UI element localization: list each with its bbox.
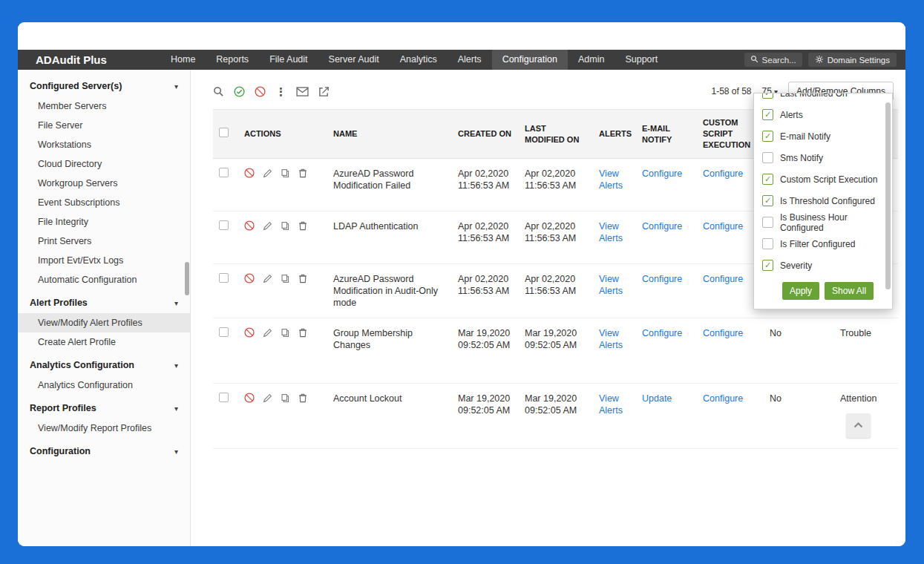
sidebar-item-member-servers[interactable]: Member Servers (18, 96, 190, 116)
disable-icon[interactable] (244, 273, 255, 283)
nav-tab-server-audit[interactable]: Server Audit (318, 50, 390, 70)
sidebar-header-alert-profiles[interactable]: Alert Profiles ▾ (18, 292, 190, 313)
edit-icon[interactable] (263, 328, 272, 338)
disable-icon[interactable] (244, 168, 255, 178)
column-toggle-email-notify[interactable]: ✓ E-mail Notify (754, 125, 892, 147)
enable-alert-button[interactable] (234, 86, 245, 97)
nav-tab-admin[interactable]: Admin (568, 50, 615, 70)
nav-tab-home[interactable]: Home (160, 50, 206, 70)
delete-icon[interactable] (298, 220, 307, 231)
column-toggle-custom-script-execution[interactable]: ✓ Custom Script Execution (754, 168, 892, 190)
more-options-button[interactable]: ⋮ (275, 86, 286, 97)
email-notify-link[interactable]: Configure (642, 274, 682, 284)
sidebar-item-workstations[interactable]: Workstations (18, 135, 190, 154)
view-alerts-link[interactable]: View Alerts (599, 168, 623, 191)
column-toggle-last-modified-on[interactable]: ✓ Last Modified On (754, 94, 892, 104)
apply-button[interactable]: Apply (782, 282, 819, 300)
app-window: ADAudit Plus Home Reports File Audit Ser… (18, 22, 905, 546)
row-checkbox[interactable] (219, 327, 229, 337)
column-toggle-is-threshold-configured[interactable]: ✓ Is Threshold Configured (754, 190, 892, 212)
custom-script-link[interactable]: Configure (703, 221, 743, 232)
last-modified-on-cell: Apr 02,2020 11:56:53 AM (519, 212, 593, 264)
sidebar-item-analytics-configuration[interactable]: Analytics Configuration (18, 376, 190, 395)
search-filter-button[interactable] (213, 86, 224, 97)
sidebar-item-view-modify-report-profiles[interactable]: View/Modify Report Profiles (18, 419, 190, 438)
delete-icon[interactable] (298, 168, 307, 178)
row-checkbox[interactable] (219, 168, 229, 177)
sidebar-scrollbar-thumb[interactable] (185, 262, 189, 295)
disable-icon[interactable] (244, 393, 255, 403)
select-all-checkbox[interactable] (219, 128, 229, 137)
delete-icon[interactable] (298, 273, 307, 283)
domain-settings-button[interactable]: Domain Settings (808, 53, 897, 67)
nav-tab-support[interactable]: Support (615, 50, 668, 70)
disable-icon[interactable] (244, 220, 255, 231)
sidebar-item-view-modify-alert-profiles[interactable]: View/Modify Alert Profiles (18, 313, 190, 332)
column-toggle-alerts[interactable]: ✓ Alerts (754, 104, 892, 125)
email-notify-link[interactable]: Configure (642, 328, 682, 338)
row-checkbox[interactable] (219, 393, 229, 402)
nav-tab-analytics[interactable]: Analytics (390, 50, 448, 70)
copy-icon[interactable] (281, 274, 290, 283)
sidebar-item-event-subscriptions[interactable]: Event Subscriptions (18, 193, 190, 212)
custom-script-link[interactable]: Configure (703, 328, 743, 338)
edit-icon[interactable] (263, 393, 272, 403)
navbar-search[interactable]: Search... (744, 53, 802, 67)
sidebar-item-cloud-directory[interactable]: Cloud Directory (18, 154, 190, 174)
column-toggle-is-business-hour-configured[interactable]: Is Business Hour Configured (754, 212, 892, 233)
email-notify-link[interactable]: Configure (642, 168, 682, 179)
sidebar-item-file-integrity[interactable]: File Integrity (18, 212, 190, 232)
edit-icon[interactable] (263, 221, 272, 231)
nav-tab-reports[interactable]: Reports (206, 50, 259, 70)
scroll-to-top-button[interactable] (846, 413, 871, 438)
edit-icon[interactable] (263, 274, 272, 283)
sidebar-item-print-servers[interactable]: Print Servers (18, 232, 190, 251)
copy-icon[interactable] (281, 393, 290, 403)
custom-script-link[interactable]: Configure (703, 274, 743, 284)
sidebar-header-analytics-configuration[interactable]: Analytics Configuration ▾ (18, 355, 190, 376)
sidebar-item-workgroup-servers[interactable]: Workgroup Servers (18, 174, 190, 193)
email-notify-link[interactable]: Update (642, 393, 672, 404)
nav-tab-file-audit[interactable]: File Audit (259, 50, 318, 70)
edit-icon[interactable] (263, 168, 272, 178)
sidebar-item-import-evt-logs[interactable]: Import Evt/Evtx Logs (18, 251, 190, 270)
sidebar-item-create-alert-profile[interactable]: Create Alert Profile (18, 332, 190, 352)
custom-script-link[interactable]: Configure (703, 168, 743, 179)
table-row: Group Membership Changes Mar 19,2020 09:… (213, 318, 898, 384)
copy-icon[interactable] (281, 221, 290, 231)
disable-icon[interactable] (244, 327, 255, 338)
delete-icon[interactable] (298, 393, 307, 403)
column-header-actions: ACTIONS (238, 110, 327, 159)
chevron-down-icon: ▾ (174, 82, 178, 91)
column-toggle-severity[interactable]: ✓ Severity (754, 255, 892, 276)
show-all-button[interactable]: Show All (825, 282, 874, 300)
copy-icon[interactable] (281, 328, 290, 338)
sidebar-item-automatic-configuration[interactable]: Automatic Configuration (18, 270, 190, 289)
custom-script-link[interactable]: Configure (703, 393, 743, 404)
row-checkbox[interactable] (219, 273, 229, 283)
nav-tab-configuration[interactable]: Configuration (492, 50, 568, 70)
copy-icon[interactable] (281, 168, 290, 178)
email-button[interactable] (296, 87, 309, 96)
export-button[interactable] (318, 86, 330, 97)
column-header-alerts: ALERTS (593, 110, 636, 159)
view-alerts-link[interactable]: View Alerts (599, 274, 623, 296)
sidebar-header-configured-servers[interactable]: Configured Server(s) ▾ (18, 76, 190, 96)
column-toggle-sms-notify[interactable]: Sms Notify (754, 147, 892, 168)
severity-cell: Trouble (834, 318, 898, 384)
view-alerts-link[interactable]: View Alerts (599, 221, 623, 243)
view-alerts-link[interactable]: View Alerts (599, 328, 623, 350)
view-alerts-link[interactable]: View Alerts (599, 393, 623, 416)
nav-tab-alerts[interactable]: Alerts (448, 50, 492, 70)
disable-alert-button[interactable] (255, 86, 266, 97)
row-checkbox[interactable] (219, 220, 229, 230)
panel-scrollbar-thumb[interactable] (885, 102, 891, 289)
column-toggle-is-filter-configured[interactable]: Is Filter Configured (754, 233, 892, 255)
sidebar-header-report-profiles[interactable]: Report Profiles ▾ (18, 398, 190, 419)
sidebar-header-configuration[interactable]: Configuration ▾ (18, 441, 190, 462)
sidebar-item-file-server[interactable]: File Server (18, 116, 190, 135)
email-notify-link[interactable]: Configure (642, 221, 682, 232)
navbar-right: Search... Domain Settings (744, 50, 905, 70)
delete-icon[interactable] (298, 327, 307, 338)
column-toggle-label: Sms Notify (780, 153, 823, 163)
